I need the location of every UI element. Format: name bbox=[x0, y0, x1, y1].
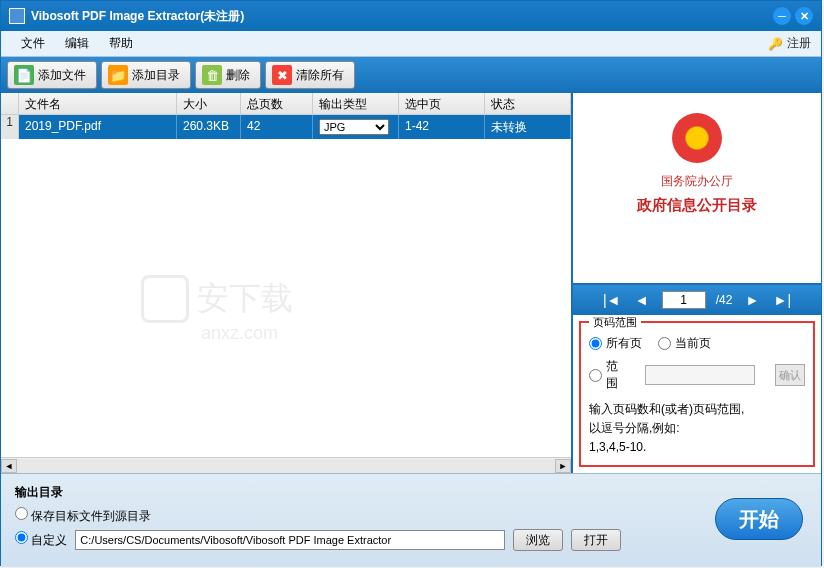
close-button[interactable]: ✕ bbox=[795, 7, 813, 25]
clear-all-label: 清除所有 bbox=[296, 67, 344, 84]
last-page-button[interactable]: ►| bbox=[772, 292, 792, 308]
radio-custom-range[interactable]: 范围 bbox=[589, 358, 629, 392]
range-help: 输入页码数和(或者)页码范围, 以逗号分隔,例如: 1,3,4,5-10. bbox=[589, 400, 805, 458]
main-area: 文件名 大小 总页数 输出类型 选中页 状态 1 2019_PDF.pdf 26… bbox=[1, 93, 821, 473]
register-link[interactable]: 🔑 注册 bbox=[768, 35, 811, 52]
col-size[interactable]: 大小 bbox=[177, 93, 241, 114]
register-label: 注册 bbox=[787, 35, 811, 52]
watermark-sub: anxz.com bbox=[201, 323, 278, 344]
add-file-label: 添加文件 bbox=[38, 67, 86, 84]
table-row[interactable]: 1 2019_PDF.pdf 260.3KB 42 JPG 1-42 未转换 bbox=[1, 115, 571, 139]
radio-current-page[interactable]: 当前页 bbox=[658, 335, 711, 352]
menu-file[interactable]: 文件 bbox=[11, 35, 55, 52]
page-total: /42 bbox=[716, 293, 733, 307]
col-selected[interactable]: 选中页 bbox=[399, 93, 485, 114]
menu-help[interactable]: 帮助 bbox=[99, 35, 143, 52]
cell-filename: 2019_PDF.pdf bbox=[19, 115, 177, 139]
add-file-button[interactable]: 📄 添加文件 bbox=[7, 61, 97, 89]
app-window: Vibosoft PDF Image Extractor(未注册) ─ ✕ 文件… bbox=[0, 0, 822, 566]
range-confirm-button[interactable]: 确认 bbox=[775, 364, 805, 386]
radio-save-source[interactable]: 保存目标文件到源目录 bbox=[15, 507, 151, 525]
menubar: 文件 编辑 帮助 🔑 注册 bbox=[1, 31, 821, 57]
lock-icon bbox=[141, 275, 189, 323]
delete-label: 删除 bbox=[226, 67, 250, 84]
clear-icon: ✖ bbox=[272, 65, 292, 85]
cell-type: JPG bbox=[313, 115, 399, 139]
pdf-preview: 国务院办公厅 政府信息公开目录 bbox=[573, 93, 821, 285]
horizontal-scrollbar[interactable]: ◄ ► bbox=[1, 457, 571, 473]
next-page-button[interactable]: ► bbox=[742, 292, 762, 308]
titlebar: Vibosoft PDF Image Extractor(未注册) ─ ✕ bbox=[1, 1, 821, 31]
preview-pane: 国务院办公厅 政府信息公开目录 |◄ ◄ /42 ► ►| 页码范围 所有页 当… bbox=[571, 93, 821, 473]
radio-all-pages[interactable]: 所有页 bbox=[589, 335, 642, 352]
output-label: 输出目录 bbox=[15, 484, 807, 501]
first-page-button[interactable]: |◄ bbox=[602, 292, 622, 308]
cell-selected: 1-42 bbox=[399, 115, 485, 139]
scroll-left-icon[interactable]: ◄ bbox=[1, 459, 17, 473]
add-folder-label: 添加目录 bbox=[132, 67, 180, 84]
cell-status: 未转换 bbox=[485, 115, 571, 139]
col-type[interactable]: 输出类型 bbox=[313, 93, 399, 114]
add-folder-button[interactable]: 📁 添加目录 bbox=[101, 61, 191, 89]
trash-icon: 🗑 bbox=[202, 65, 222, 85]
row-index: 1 bbox=[1, 115, 19, 139]
col-pages[interactable]: 总页数 bbox=[241, 93, 313, 114]
output-path-input[interactable] bbox=[75, 530, 505, 550]
radio-custom-dir[interactable]: 自定义 bbox=[15, 531, 67, 549]
range-legend: 页码范围 bbox=[589, 315, 641, 330]
col-status[interactable]: 状态 bbox=[485, 93, 571, 114]
watermark-text: 安下载 bbox=[197, 277, 293, 321]
page-input[interactable] bbox=[662, 291, 706, 309]
output-type-select[interactable]: JPG bbox=[319, 119, 389, 135]
range-input[interactable] bbox=[645, 365, 755, 385]
output-panel: 输出目录 保存目标文件到源目录 自定义 浏览 打开 开始 bbox=[1, 473, 821, 567]
scroll-track[interactable] bbox=[17, 459, 555, 473]
file-list-pane: 文件名 大小 总页数 输出类型 选中页 状态 1 2019_PDF.pdf 26… bbox=[1, 93, 571, 473]
page-range-box: 页码范围 所有页 当前页 范围 确认 输入页码数和(或者)页码范围, 以逗号分隔… bbox=[579, 321, 815, 467]
emblem-icon bbox=[672, 113, 722, 163]
table-header: 文件名 大小 总页数 输出类型 选中页 状态 bbox=[1, 93, 571, 115]
minimize-button[interactable]: ─ bbox=[773, 7, 791, 25]
app-icon bbox=[9, 8, 25, 24]
delete-button[interactable]: 🗑 删除 bbox=[195, 61, 261, 89]
toolbar: 📄 添加文件 📁 添加目录 🗑 删除 ✖ 清除所有 bbox=[1, 57, 821, 93]
cell-size: 260.3KB bbox=[177, 115, 241, 139]
radio-custom-input[interactable] bbox=[589, 369, 602, 382]
prev-page-button[interactable]: ◄ bbox=[632, 292, 652, 308]
radio-current-input[interactable] bbox=[658, 337, 671, 350]
menu-edit[interactable]: 编辑 bbox=[55, 35, 99, 52]
col-index bbox=[1, 93, 19, 114]
scroll-right-icon[interactable]: ► bbox=[555, 459, 571, 473]
add-file-icon: 📄 bbox=[14, 65, 34, 85]
open-button[interactable]: 打开 bbox=[571, 529, 621, 551]
pager: |◄ ◄ /42 ► ►| bbox=[573, 285, 821, 315]
preview-line2: 政府信息公开目录 bbox=[637, 196, 757, 215]
window-title: Vibosoft PDF Image Extractor(未注册) bbox=[31, 8, 244, 25]
preview-line1: 国务院办公厅 bbox=[661, 173, 733, 190]
key-icon: 🔑 bbox=[768, 37, 783, 51]
table-body: 1 2019_PDF.pdf 260.3KB 42 JPG 1-42 未转换 安… bbox=[1, 115, 571, 457]
browse-button[interactable]: 浏览 bbox=[513, 529, 563, 551]
watermark: 安下载 anxz.com bbox=[141, 275, 293, 323]
folder-icon: 📁 bbox=[108, 65, 128, 85]
cell-pages: 42 bbox=[241, 115, 313, 139]
radio-all-input[interactable] bbox=[589, 337, 602, 350]
clear-all-button[interactable]: ✖ 清除所有 bbox=[265, 61, 355, 89]
start-button[interactable]: 开始 bbox=[715, 498, 803, 540]
col-filename[interactable]: 文件名 bbox=[19, 93, 177, 114]
